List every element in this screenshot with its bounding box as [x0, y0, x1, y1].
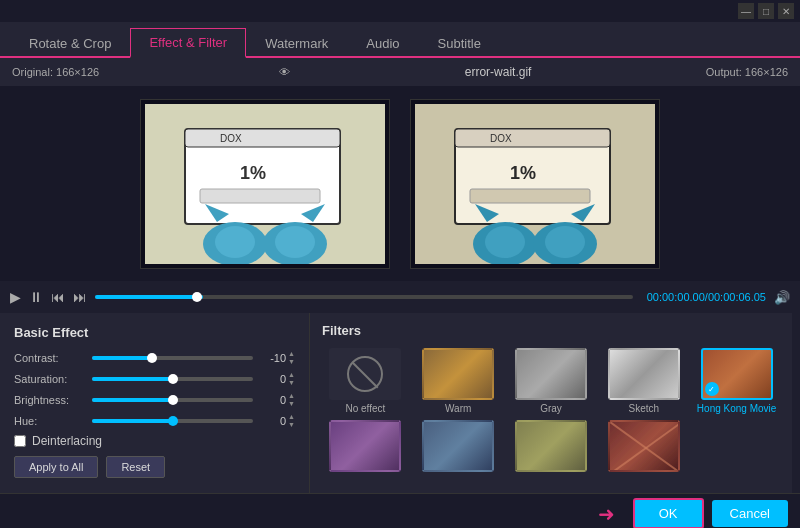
- ok-button[interactable]: OK: [633, 498, 704, 528]
- deinterlacing-checkbox[interactable]: [14, 435, 26, 447]
- svg-point-23: [545, 226, 585, 258]
- output-size: Output: 166×126: [706, 66, 788, 78]
- hue-value: 0: [262, 415, 286, 427]
- apply-all-button[interactable]: Apply to All: [14, 456, 98, 478]
- saturation-label: Saturation:: [14, 373, 86, 385]
- pause-button[interactable]: ⏸: [29, 289, 43, 305]
- filter-thumb-no-effect: [329, 348, 401, 400]
- filter-thumb-r2-3: [515, 420, 587, 472]
- contrast-label: Contrast:: [14, 352, 86, 364]
- eye-icon[interactable]: 👁: [279, 66, 290, 78]
- cancel-button[interactable]: Cancel: [712, 500, 788, 527]
- svg-text:DOX: DOX: [490, 133, 512, 144]
- maximize-button[interactable]: □: [758, 3, 774, 19]
- playback-bar: ▶ ⏸ ⏮ ⏭ 00:00:00.00/00:00:06.05 🔊: [0, 281, 800, 313]
- filters-scrollbar[interactable]: [792, 313, 800, 493]
- filters-panel: Filters No effect Warm Gray: [310, 313, 792, 493]
- svg-line-24: [610, 422, 680, 472]
- filter-label-gray: Gray: [540, 403, 562, 414]
- tab-bar: Rotate & Crop Effect & Filter Watermark …: [0, 22, 800, 58]
- saturation-up[interactable]: ▲: [288, 371, 295, 378]
- close-button[interactable]: ✕: [778, 3, 794, 19]
- progress-bar[interactable]: [95, 295, 633, 299]
- hue-down[interactable]: ▼: [288, 421, 295, 428]
- brightness-row: Brightness: 0 ▲ ▼: [14, 392, 295, 407]
- contrast-value: -10: [262, 352, 286, 364]
- svg-text:1%: 1%: [510, 163, 536, 183]
- tab-effect-filter[interactable]: Effect & Filter: [130, 28, 246, 58]
- tab-watermark[interactable]: Watermark: [246, 29, 347, 58]
- brightness-slider[interactable]: [92, 398, 253, 402]
- prev-button[interactable]: ⏮: [51, 289, 65, 305]
- contrast-slider[interactable]: [92, 356, 253, 360]
- contrast-up[interactable]: ▲: [288, 350, 295, 357]
- filter-thumb-sketch: [608, 348, 680, 400]
- no-effect-icon: [347, 356, 383, 392]
- filter-label-hk: Hong Kong Movie: [697, 403, 777, 414]
- info-bar: Original: 166×126 👁 error-wait.gif Outpu…: [0, 58, 800, 86]
- filter-r2-1[interactable]: [322, 420, 409, 475]
- volume-icon[interactable]: 🔊: [774, 290, 790, 305]
- tab-subtitle[interactable]: Subtitle: [419, 29, 500, 58]
- filter-r2-4[interactable]: [600, 420, 687, 475]
- original-preview: DOX 1%: [140, 99, 390, 269]
- filter-thumb-gray: [515, 348, 587, 400]
- progress-fill: [95, 295, 203, 299]
- time-display: 00:00:00.00/00:00:06.05: [647, 291, 766, 303]
- svg-rect-17: [470, 189, 590, 203]
- svg-rect-2: [185, 129, 340, 147]
- brightness-label: Brightness:: [14, 394, 86, 406]
- brightness-up[interactable]: ▲: [288, 392, 295, 399]
- tab-rotate-crop[interactable]: Rotate & Crop: [10, 29, 130, 58]
- output-preview: DOX 1%: [410, 99, 660, 269]
- tab-audio[interactable]: Audio: [347, 29, 418, 58]
- filter-r2-2[interactable]: [415, 420, 502, 475]
- hue-label: Hue:: [14, 415, 86, 427]
- action-buttons: Apply to All Reset: [14, 456, 295, 478]
- filter-gray[interactable]: Gray: [508, 348, 595, 414]
- brightness-down[interactable]: ▼: [288, 400, 295, 407]
- arrow-indicator: ➜: [12, 502, 625, 526]
- saturation-slider[interactable]: [92, 377, 253, 381]
- filter-hk-movie[interactable]: ✓ Hong Kong Movie: [693, 348, 780, 414]
- hue-up[interactable]: ▲: [288, 413, 295, 420]
- bottom-bar: ➜ OK Cancel: [0, 493, 800, 528]
- filter-no-effect[interactable]: No effect: [322, 348, 409, 414]
- minimize-button[interactable]: —: [738, 3, 754, 19]
- saturation-row: Saturation: 0 ▲ ▼: [14, 371, 295, 386]
- filter-thumb-warm: [422, 348, 494, 400]
- filter-r2-3[interactable]: [508, 420, 595, 475]
- preview-area: DOX 1% DOX 1%: [0, 86, 800, 281]
- svg-rect-14: [455, 129, 610, 147]
- title-bar: — □ ✕: [0, 0, 800, 22]
- basic-effect-title: Basic Effect: [14, 325, 295, 340]
- filename: error-wait.gif: [465, 65, 532, 79]
- original-size: Original: 166×126: [12, 66, 99, 78]
- filters-title: Filters: [322, 323, 780, 338]
- hue-slider[interactable]: [92, 419, 253, 423]
- svg-point-11: [275, 226, 315, 258]
- svg-text:1%: 1%: [240, 163, 266, 183]
- filter-label-no-effect: No effect: [345, 403, 385, 414]
- progress-thumb[interactable]: [192, 292, 202, 302]
- reset-button[interactable]: Reset: [106, 456, 165, 478]
- filter-warm[interactable]: Warm: [415, 348, 502, 414]
- next-button[interactable]: ⏭: [73, 289, 87, 305]
- play-button[interactable]: ▶: [10, 289, 21, 305]
- filter-label-warm: Warm: [445, 403, 471, 414]
- svg-point-22: [485, 226, 525, 258]
- filter-thumb-r2-1: [329, 420, 401, 472]
- arrow-right-icon: ➜: [598, 503, 615, 525]
- svg-point-10: [215, 226, 255, 258]
- main-content: Basic Effect Contrast: -10 ▲ ▼ Saturatio…: [0, 313, 800, 493]
- filter-label-sketch: Sketch: [629, 403, 660, 414]
- saturation-down[interactable]: ▼: [288, 379, 295, 386]
- contrast-down[interactable]: ▼: [288, 358, 295, 365]
- deinterlacing-label: Deinterlacing: [32, 434, 102, 448]
- filters-grid: No effect Warm Gray Sketch ✓: [322, 348, 780, 475]
- filter-sketch[interactable]: Sketch: [600, 348, 687, 414]
- deinterlacing-row: Deinterlacing: [14, 434, 295, 448]
- brightness-value: 0: [262, 394, 286, 406]
- svg-text:DOX: DOX: [220, 133, 242, 144]
- filter-thumb-r2-4: [608, 420, 680, 472]
